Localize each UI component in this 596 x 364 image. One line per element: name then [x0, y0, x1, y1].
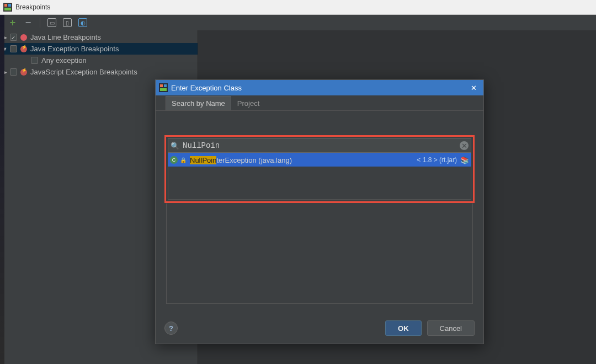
remove-breakpoint-button[interactable]: − — [23, 18, 33, 28]
svg-rect-3 — [4, 8, 11, 10]
clear-icon: ✕ — [461, 142, 467, 150]
add-breakpoint-button[interactable]: + — [8, 18, 18, 28]
toolbar-separator — [40, 18, 40, 28]
app-icon — [3, 3, 12, 12]
minus-icon: − — [25, 17, 31, 29]
checkbox[interactable] — [10, 45, 17, 52]
clear-search-button[interactable]: ✕ — [460, 141, 469, 150]
help-icon: ? — [169, 324, 173, 333]
checkbox[interactable] — [10, 34, 17, 41]
gutter-strip — [0, 15, 4, 364]
match-highlight: NullPoin — [190, 156, 216, 164]
tree-row-any-exception[interactable]: Any exception — [0, 55, 198, 66]
result-rest-text: terException — [216, 156, 256, 164]
search-icon: 🔍 — [171, 142, 179, 150]
plus-icon: + — [10, 17, 16, 29]
tree-label: Java Exception Breakpoints — [30, 45, 119, 53]
dialog-footer: ? OK Cancel — [156, 313, 483, 344]
button-label: Cancel — [440, 324, 462, 333]
results-empty-area — [168, 167, 471, 200]
dialog-title-bar[interactable]: Enter Exception Class ✕ — [156, 80, 483, 95]
tree-row-java-exception[interactable]: ▼ Java Exception Breakpoints — [0, 43, 198, 55]
line-breakpoint-icon — [20, 34, 27, 41]
svg-rect-5 — [160, 84, 163, 87]
highlight-annotation: 🔍 ✕ C 🔒 NullPointerException (java.lang)… — [164, 135, 475, 203]
lock-icon: 🔒 — [180, 157, 187, 163]
close-icon: ✕ — [471, 84, 477, 92]
group-file-icon: ▭ — [47, 18, 56, 27]
button-label: OK — [398, 324, 409, 333]
ok-button[interactable]: OK — [385, 320, 422, 336]
tab-search-by-name[interactable]: Search by Name — [166, 96, 231, 110]
help-button[interactable]: ? — [164, 322, 178, 335]
dialog-tabs: Search by Name Project — [156, 95, 483, 111]
group-type-icon: ◐ — [78, 18, 87, 27]
dialog-body: 🔍 ✕ C 🔒 NullPointerException (java.lang)… — [156, 111, 483, 313]
tab-label: Project — [237, 99, 259, 108]
result-package: (java.lang) — [257, 156, 292, 164]
tree-label: Java Line Breakpoints — [30, 33, 101, 41]
class-icon: C — [170, 156, 178, 164]
tree-label: Any exception — [41, 56, 87, 65]
tab-project[interactable]: Project — [231, 96, 265, 110]
checkbox[interactable] — [31, 57, 38, 64]
library-icon: 📚 — [460, 156, 469, 164]
enter-exception-dialog: Enter Exception Class ✕ Search by Name P… — [155, 79, 484, 344]
svg-rect-2 — [8, 4, 11, 7]
group-by-file-button[interactable]: ▭ — [47, 18, 57, 28]
window-title-bar: Breakpoints — [0, 0, 596, 15]
dialog-app-icon — [159, 83, 168, 92]
exception-breakpoint-icon — [20, 69, 27, 76]
results-extra-area — [166, 204, 473, 304]
dialog-close-button[interactable]: ✕ — [464, 80, 483, 95]
result-name: NullPointerException (java.lang) — [190, 156, 292, 164]
cancel-button[interactable]: Cancel — [427, 320, 475, 336]
group-by-type-button[interactable]: ◐ — [78, 18, 88, 28]
search-row: 🔍 ✕ — [168, 138, 471, 153]
svg-rect-6 — [164, 84, 167, 87]
checkbox[interactable] — [10, 68, 17, 76]
search-result-row[interactable]: C 🔒 NullPointerException (java.lang) < 1… — [168, 153, 471, 167]
svg-rect-1 — [4, 4, 7, 7]
window-title: Breakpoints — [15, 3, 50, 11]
svg-rect-7 — [160, 88, 167, 91]
breakpoints-toolbar: + − ▭ ▯ ◐ — [0, 15, 596, 30]
tree-row-js-exception[interactable]: ▶ JavaScript Exception Breakpoints — [0, 66, 198, 78]
group-by-class-button[interactable]: ▯ — [62, 18, 72, 28]
group-class-icon: ▯ — [63, 18, 72, 27]
exception-breakpoint-icon — [20, 46, 27, 52]
tree-row-java-line[interactable]: ▶ Java Line Breakpoints — [0, 31, 198, 43]
result-meta: < 1.8 > (rt.jar) — [417, 156, 457, 164]
tree-label: JavaScript Exception Breakpoints — [30, 68, 137, 76]
tab-label: Search by Name — [172, 99, 225, 108]
search-input[interactable] — [182, 141, 460, 151]
dialog-title: Enter Exception Class — [171, 84, 464, 92]
